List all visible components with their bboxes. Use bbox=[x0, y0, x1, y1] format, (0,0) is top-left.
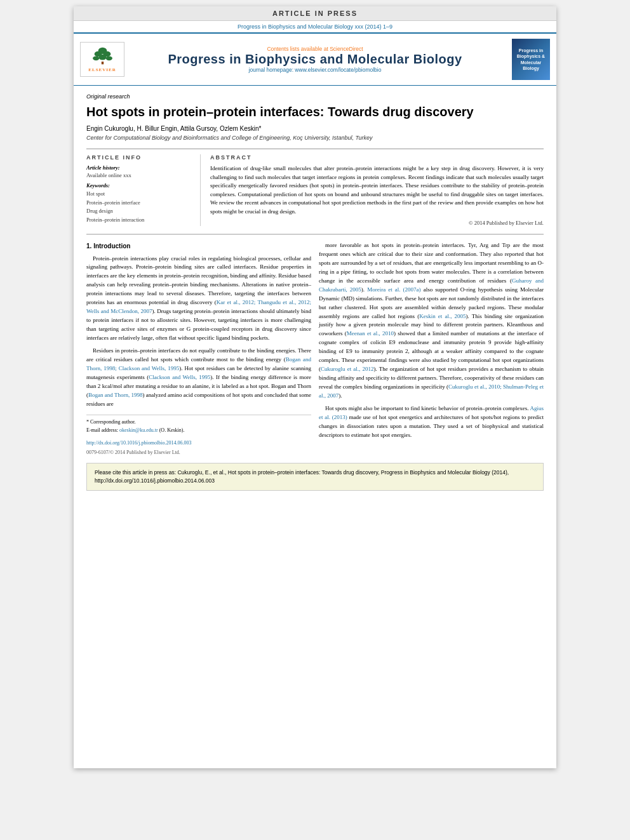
aip-banner: ARTICLE IN PRESS bbox=[74, 6, 556, 21]
ref-cukuroglu-2010[interactable]: Cukuroglu et al., 2010; Shulman-Peleg et… bbox=[319, 383, 544, 399]
doi-link[interactable]: http://dx.doi.org/10.1016/j.pbiomolbio.2… bbox=[86, 439, 311, 447]
article-title: Hot spots in protein–protein interfaces:… bbox=[86, 103, 544, 120]
article-info-col: ARTICLE INFO Article history: Available … bbox=[86, 154, 201, 226]
ref-moreira-2007a[interactable]: Moreira et al. (2007a) bbox=[367, 286, 420, 293]
journal-header: ELSEVIER Contents lists available at Sci… bbox=[74, 32, 556, 86]
svg-point-5 bbox=[105, 56, 112, 60]
article-authors: Engin Cukuroglu, H. Billur Engin, Attila… bbox=[86, 125, 544, 132]
homepage-url[interactable]: www.elsevier.com/locate/pbiomolbio bbox=[295, 67, 381, 73]
keyword-3: Drug design bbox=[86, 207, 194, 216]
ref-cukuroglu-2012[interactable]: Cukuroglu et al., 2012 bbox=[321, 366, 373, 372]
elsevier-brand-label: ELSEVIER bbox=[88, 67, 116, 72]
sciencedirect-line: Contents lists available at ScienceDirec… bbox=[131, 46, 499, 52]
citation-text: Please cite this article in press as: Cu… bbox=[95, 469, 509, 484]
keyword-4: Protein–protein interaction bbox=[86, 216, 194, 225]
elsevier-logo-image: ELSEVIER bbox=[80, 42, 124, 77]
ref-keskin-2005[interactable]: Keskin et al., 2005 bbox=[419, 313, 466, 319]
email-label: E-mail address: bbox=[86, 427, 119, 433]
right-para-1: more favorable as hot spots in protein–p… bbox=[319, 241, 544, 401]
doi-footer: http://dx.doi.org/10.1016/j.pbiomolbio.2… bbox=[86, 439, 311, 457]
elsevier-logo: ELSEVIER bbox=[80, 42, 131, 77]
journal-ref-text: Progress in Biophysics and Molecular Bio… bbox=[238, 23, 392, 30]
keyword-2: Protein–protein interface bbox=[86, 199, 194, 208]
ref-bogan-thorn-inline[interactable]: Bogan and Thorn, 1998 bbox=[88, 392, 142, 398]
journal-logo-box: Progress in Biophysics & Molecular Biolo… bbox=[512, 39, 550, 80]
email-line: E-mail address: okeskin@ku.edu.tr (O. Ke… bbox=[86, 427, 311, 434]
abstract-heading: ABSTRACT bbox=[210, 154, 544, 161]
ref-meenan-2010[interactable]: Meenan et al., 2010 bbox=[347, 330, 394, 337]
article-type: Original research bbox=[86, 93, 544, 100]
keywords-label: Keywords: bbox=[86, 182, 194, 189]
main-col-left: 1. Introduction Protein–protein interact… bbox=[86, 241, 311, 457]
right-para-2: Hot spots might also be important to fin… bbox=[319, 404, 544, 440]
article-info-heading: ARTICLE INFO bbox=[86, 154, 194, 161]
keywords-list: Hot spot Protein–protein interface Drug … bbox=[86, 190, 194, 224]
article-body: Original research Hot spots in protein–p… bbox=[74, 86, 556, 498]
sciencedirect-prefix: Contents lists available at bbox=[267, 46, 330, 52]
ref-clackson-1995[interactable]: Clackson and Wells, 1995 bbox=[149, 374, 210, 380]
main-content: 1. Introduction Protein–protein interact… bbox=[86, 241, 544, 457]
issn-copyright: 0079-6107/© 2014 Published by Elsevier L… bbox=[86, 449, 311, 457]
sciencedirect-link[interactable]: ScienceDirect bbox=[330, 46, 363, 52]
elsevier-tree-icon bbox=[91, 46, 114, 65]
authors-text: Engin Cukuroglu, H. Billur Engin, Attila… bbox=[86, 125, 262, 132]
logo-box-text: Progress in Biophysics & Molecular Biolo… bbox=[514, 48, 547, 70]
intro-section-title: 1. Introduction bbox=[86, 241, 311, 251]
email-value[interactable]: okeskin@ku.edu.tr bbox=[119, 427, 158, 433]
citation-bar: Please cite this article in press as: Cu… bbox=[86, 463, 544, 491]
svg-point-3 bbox=[93, 56, 99, 60]
aip-text: ARTICLE IN PRESS bbox=[272, 10, 358, 17]
journal-ref-line: Progress in Biophysics and Molecular Bio… bbox=[74, 21, 556, 32]
history-label: Article history: bbox=[86, 164, 194, 171]
abstract-text: Identification of drug-like small molecu… bbox=[210, 164, 544, 216]
journal-title: Progress in Biophysics and Molecular Bio… bbox=[131, 52, 499, 67]
info-abstract-section: ARTICLE INFO Article history: Available … bbox=[86, 149, 544, 226]
page: ARTICLE IN PRESS Progress in Biophysics … bbox=[74, 6, 556, 768]
intro-title: Introduction bbox=[93, 243, 130, 250]
corresponding-label: * Corresponding author. bbox=[86, 418, 311, 426]
svg-rect-6 bbox=[101, 62, 103, 64]
ref-agius-2013[interactable]: Agius et al. (2013) bbox=[319, 405, 544, 420]
journal-center: Contents lists available at ScienceDirec… bbox=[131, 46, 499, 73]
keyword-1: Hot spot bbox=[86, 190, 194, 199]
main-col-right: more favorable as hot spots in protein–p… bbox=[319, 241, 544, 457]
history-value: Available online xxx bbox=[86, 172, 194, 178]
footnote-section: * Corresponding author. E-mail address: … bbox=[86, 415, 311, 434]
ref-bogan-1998[interactable]: Bogan and Thorn, 1998; Clackson and Well… bbox=[86, 356, 311, 371]
ref-guharoy-2005[interactable]: Guharoy and Chakrabarti, 2005 bbox=[319, 277, 544, 293]
copyright-line: © 2014 Published by Elsevier Ltd. bbox=[210, 220, 544, 226]
divider-thick bbox=[86, 234, 544, 235]
email-suffix: (O. Keskin). bbox=[159, 427, 185, 433]
abstract-col: ABSTRACT Identification of drug-like sma… bbox=[210, 154, 544, 226]
svg-point-4 bbox=[98, 55, 106, 60]
intro-para-2: Residues in protein–protein interfaces d… bbox=[86, 347, 311, 409]
homepage-prefix: journal homepage: bbox=[249, 67, 295, 73]
intro-number: 1. bbox=[86, 243, 91, 250]
journal-logo-right: Progress in Biophysics & Molecular Biolo… bbox=[499, 39, 550, 80]
journal-homepage: journal homepage: www.elsevier.com/locat… bbox=[131, 67, 499, 73]
article-affiliation: Center for Computational Biology and Bio… bbox=[86, 135, 544, 141]
ref-kar-2012[interactable]: Kar et al., 2012; Thangudu et al., 2012;… bbox=[86, 299, 311, 314]
intro-para-1: Protein–protein interactions play crucia… bbox=[86, 255, 311, 343]
